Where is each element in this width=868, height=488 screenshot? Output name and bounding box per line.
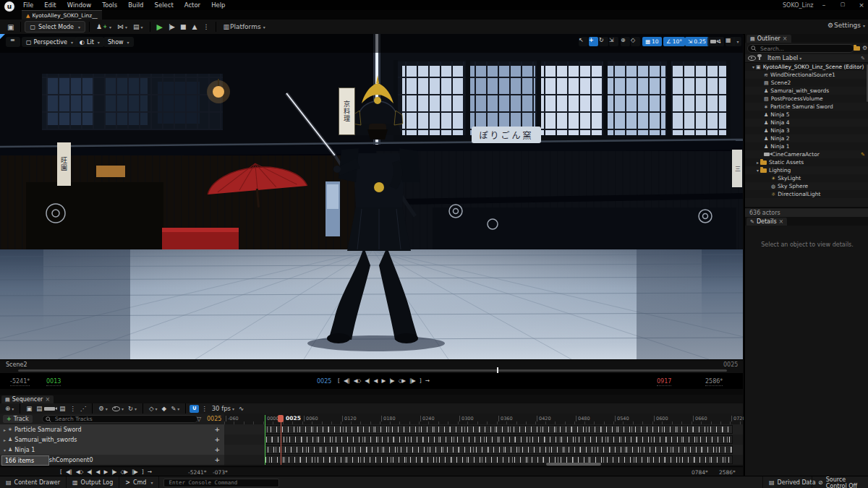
maximize-button[interactable] [836,1,849,7]
maximize-viewport-dropdown[interactable] [733,37,741,46]
outliner-row[interactable]: Ninja 3 [745,127,868,134]
new-folder-icon[interactable] [854,46,860,51]
play-in-editor-button[interactable] [154,22,166,32]
add-section-button[interactable] [214,456,220,463]
select-tool-button[interactable] [579,37,588,46]
panel-splitter[interactable] [0,389,743,395]
close-outliner-icon[interactable] [783,35,788,42]
outliner-row-lighting[interactable]: Lighting [745,166,868,174]
snap-toggle-button[interactable] [190,405,199,413]
minimize-button[interactable] [817,1,830,9]
outliner-row[interactable]: PostProcessVolume [745,95,868,103]
add-key-button[interactable] [160,405,169,412]
seq-camera-cuts-button[interactable] [57,405,67,412]
outliner-row-static-assets[interactable]: Static Assets [745,158,868,166]
cmd-dropdown[interactable]: Cmd [119,476,159,488]
rotate-tool-button[interactable] [599,37,608,46]
sequencer-timeline-ruler[interactable]: -060 0000 0060 0120 0180 0240 0300 0360 … [224,414,743,425]
pin-column-icon[interactable] [759,57,760,60]
next-key-button[interactable] [409,377,415,384]
current-frame-value[interactable]: 0025 [317,378,331,385]
range-end-value[interactable]: 2586* [705,378,723,386]
seq-settings-button[interactable] [96,405,110,412]
seq-import-button[interactable] [34,405,44,412]
add-section-button[interactable] [214,426,220,433]
outliner-row-cinecamera[interactable]: CineCameraActor [745,150,868,158]
outliner-row[interactable]: Ninja 4 [745,119,868,127]
to-front-button[interactable] [60,468,61,475]
outliner-settings-icon[interactable] [862,45,867,51]
menu-file[interactable]: File [22,1,35,9]
select-mode-dropdown[interactable]: Select Mode [25,21,85,33]
world-space-button[interactable] [621,37,630,46]
sequence-browse-button[interactable] [3,405,16,412]
platforms-dropdown[interactable]: Platforms [220,23,268,30]
outliner-row[interactable]: SkyLight [745,174,868,182]
add-section-button[interactable] [214,446,220,453]
scale-tool-button[interactable] [609,37,618,46]
show-dropdown[interactable]: Show [103,37,134,47]
visibility-column-icon[interactable] [748,56,756,61]
cinematics-button[interactable] [130,23,146,30]
play-reverse-button[interactable] [374,377,378,384]
key-options-button[interactable] [147,405,160,412]
menu-select[interactable]: Select [153,1,175,9]
seq-breadcrumbs-button[interactable] [78,405,89,412]
next-key-button[interactable] [132,468,137,475]
scale-snap-toggle[interactable]: 0.25 [685,37,709,46]
next-frame-key-button[interactable] [120,468,127,475]
previous-frame-key-button[interactable] [354,377,361,384]
keyframe-lane[interactable] [224,424,743,435]
play-button[interactable] [103,468,107,475]
add-actor-button[interactable] [93,23,114,30]
eject-button[interactable] [190,23,200,30]
shot-scrub-bar[interactable] [18,369,727,372]
keyframe-lane[interactable] [224,445,743,455]
step-forward-button[interactable] [111,468,116,475]
item-label-header[interactable]: Item Label [767,55,801,61]
filter-icon[interactable] [197,416,201,422]
outliner-row[interactable]: Ninja 2 [745,134,868,142]
move-tool-button[interactable] [589,37,598,46]
previous-key-button[interactable] [344,377,349,384]
fps-dropdown[interactable]: 30 fps [210,405,237,412]
playback-start-value[interactable]: 0013 [46,378,61,386]
output-log-button[interactable]: Output Log [67,476,119,488]
keyframe-lane[interactable] [224,435,743,445]
step-back-button[interactable] [87,468,91,475]
to-end-button[interactable] [142,468,143,475]
menu-edit[interactable]: Edit [43,1,57,9]
grid-snap-toggle[interactable]: 10 [642,37,662,46]
surface-snap-button[interactable] [631,37,640,46]
expander-icon[interactable] [757,167,759,174]
viewport-options-button[interactable] [6,37,20,47]
loop-button[interactable] [425,377,430,384]
menu-help[interactable]: Help [210,1,226,9]
seq-current-frame[interactable]: 0025 [207,416,221,422]
level-viewport[interactable]: 京料理 ぽりごん窯 旺園 三 Perspective Lit Show 10 [0,34,743,389]
console-input[interactable] [167,479,276,487]
step-back-button[interactable] [365,377,369,384]
seq-playback-options-button[interactable] [126,405,139,412]
outliner-search-input[interactable] [759,45,851,53]
previous-key-button[interactable] [66,468,72,475]
console-input-box[interactable] [163,479,279,487]
auto-key-button[interactable] [169,405,182,412]
save-button[interactable] [4,23,17,31]
expander-icon[interactable] [4,447,6,453]
blueprints-button[interactable] [114,23,130,30]
play-options-button[interactable] [200,23,212,30]
expander-icon[interactable] [752,64,754,70]
expander-icon[interactable] [4,427,6,433]
edit-icon[interactable] [861,152,865,158]
view-mode-dropdown[interactable]: Lit [75,37,104,47]
seq-view-options-button[interactable] [110,406,126,411]
outliner-row[interactable]: Ninja 1 [745,142,868,150]
seq-render-button[interactable] [44,407,55,411]
expander-icon[interactable] [757,159,759,166]
add-track-button[interactable]: Track [3,415,33,423]
outliner-row[interactable]: Sky Sphere [745,182,868,190]
loop-button[interactable] [148,468,152,475]
snap-options-button[interactable] [199,405,210,412]
scrub-marker[interactable] [497,367,498,373]
